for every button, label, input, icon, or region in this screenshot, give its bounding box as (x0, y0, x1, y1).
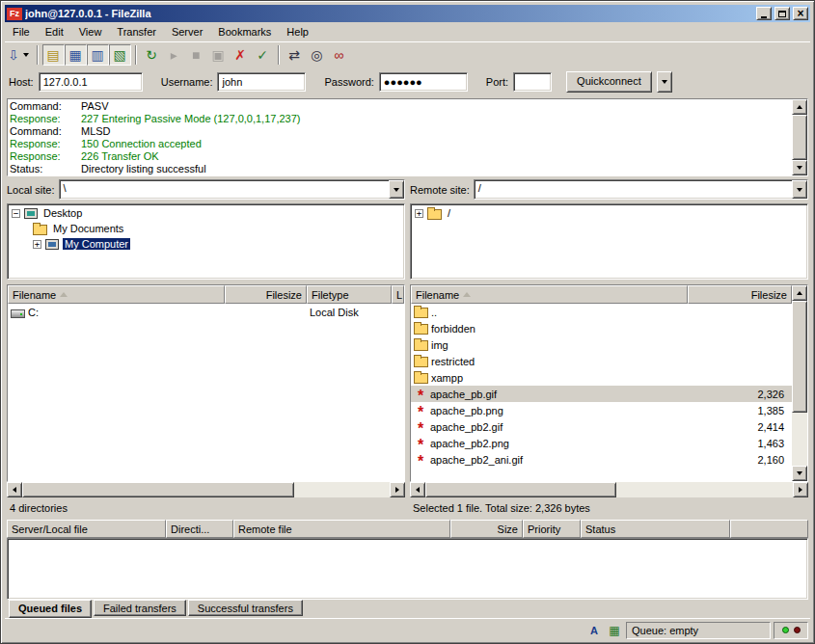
transfer-type-icon[interactable] (585, 623, 603, 638)
column-header-filetype[interactable]: Filetype (307, 285, 392, 304)
tab-failed-transfers[interactable]: Failed transfers (94, 600, 186, 616)
file-row-xampp[interactable]: xampp (411, 369, 792, 386)
titlebar[interactable]: Fz john@127.0.0.1 - FileZilla (5, 5, 810, 22)
scroll-left-button[interactable] (7, 482, 22, 497)
toggle-remote-tree-icon: ▥ (92, 48, 104, 62)
menu-transfer[interactable]: Transfer (109, 23, 164, 40)
column-header-filesize[interactable]: Filesize (688, 285, 792, 304)
local-site-dropdown-button[interactable] (389, 180, 404, 199)
expand-minus-icon[interactable]: − (12, 209, 20, 218)
toggle-local-tree-button[interactable]: ▦ (65, 44, 87, 66)
down-arrow-icon (23, 53, 29, 57)
close-button[interactable] (793, 7, 808, 20)
remote-file-list: FilenameFilesize ..forbiddenimgrestricte… (410, 284, 808, 482)
remote-site-dropdown-button[interactable] (792, 180, 807, 199)
port-input[interactable] (513, 72, 552, 92)
quickconnect-button[interactable]: Quickconnect (566, 71, 652, 93)
connect-button[interactable]: ⇩ (7, 44, 33, 66)
cancel-button[interactable]: ✗ (230, 44, 252, 66)
column-header-directi[interactable]: Directi... (166, 520, 233, 538)
local-site-row: Local site: \ (7, 179, 405, 200)
scroll-down-button[interactable] (792, 160, 807, 175)
file-row-forbidden[interactable]: forbidden (411, 320, 792, 336)
log-scrollbar[interactable] (792, 99, 807, 175)
remote-site-combo[interactable]: / (474, 179, 808, 200)
file-row-restricted[interactable]: restricted (411, 353, 792, 369)
password-input[interactable] (379, 72, 468, 92)
toggle-log-button[interactable]: ▤ (42, 44, 65, 66)
abort-button: ■ (185, 44, 207, 66)
local-site-combo[interactable]: \ (59, 179, 405, 200)
column-header-filename[interactable]: Filename (411, 285, 688, 304)
remote-status-text: Selected 1 file. Total size: 2,326 bytes (410, 497, 808, 517)
file-row-img[interactable]: img (411, 336, 792, 353)
sort-ascending-icon (463, 292, 471, 297)
tab-queued-files[interactable]: Queued files (9, 600, 92, 618)
scroll-left-button[interactable] (410, 482, 425, 497)
local-status-text: 4 directories (7, 497, 405, 517)
queue-status: Queue: empty (626, 622, 771, 639)
file-row-apache-pb2-png[interactable]: *apache_pb2.png1,463 (411, 435, 792, 451)
scroll-track[interactable] (792, 301, 807, 466)
column-header-status[interactable]: Status (581, 520, 730, 538)
tree-item-root[interactable]: +/ (411, 205, 807, 221)
menu-server[interactable]: Server (164, 23, 210, 40)
keypad-icon[interactable] (606, 623, 623, 638)
scroll-right-button[interactable] (793, 482, 808, 497)
filezilla-window: Fz john@127.0.0.1 - FileZilla FileEditVi… (0, 0, 815, 644)
file-row-apache-pb-png[interactable]: *apache_pb.png1,385 (411, 402, 792, 418)
expand-plus-icon[interactable]: + (415, 209, 423, 218)
search-button[interactable]: ∞ (328, 44, 350, 66)
scroll-up-button[interactable] (792, 99, 807, 115)
scroll-thumb[interactable] (792, 301, 807, 413)
column-header-filename[interactable]: Filename (8, 285, 225, 304)
scroll-thumb[interactable] (22, 482, 294, 497)
username-input[interactable] (217, 72, 306, 92)
scroll-track[interactable] (22, 482, 390, 497)
menu-edit[interactable]: Edit (38, 23, 71, 40)
scroll-thumb[interactable] (425, 482, 616, 497)
image-file-icon: * (414, 457, 427, 467)
file-row-apache-pb2-ani-gif[interactable]: *apache_pb2_ani.gif2,160 (411, 451, 792, 468)
remote-vscrollbar[interactable] (792, 285, 807, 481)
compare-button[interactable]: ⇄ (284, 44, 306, 66)
file-row-c[interactable]: C:Local Disk (8, 304, 404, 320)
column-header-filesize[interactable]: Filesize (225, 285, 307, 304)
column-header-server-local-file[interactable]: Server/Local file (7, 520, 166, 538)
tab-successful-transfers[interactable]: Successful transfers (188, 600, 303, 616)
column-header-l[interactable]: L (392, 285, 404, 304)
toolbar-dropdown-arrow[interactable] (21, 45, 32, 65)
column-header-size[interactable]: Size (450, 520, 523, 538)
column-header-priority[interactable]: Priority (523, 520, 581, 538)
menu-help[interactable]: Help (279, 23, 316, 40)
scroll-up-button[interactable] (792, 285, 807, 301)
log-lines: Command:PASVResponse:227 Entering Passiv… (8, 99, 792, 175)
scroll-track[interactable] (425, 482, 793, 497)
file-row-apache-pb2-gif[interactable]: *apache_pb2.gif2,414 (411, 418, 792, 435)
tree-item-my-computer[interactable]: +My Computer (8, 236, 404, 252)
menu-bookmarks[interactable]: Bookmarks (210, 23, 279, 40)
host-input[interactable] (39, 72, 143, 92)
file-row-parent-directory[interactable]: .. (411, 304, 792, 320)
scroll-thumb[interactable] (792, 115, 807, 160)
column-header-remote-file[interactable]: Remote file (233, 520, 450, 538)
tree-item-desktop[interactable]: −Desktop (8, 205, 404, 221)
menu-file[interactable]: File (5, 23, 38, 40)
tree-item-my-documents[interactable]: My Documents (8, 221, 404, 236)
verify-button[interactable]: ✓ (252, 44, 274, 66)
expand-plus-icon[interactable]: + (33, 240, 41, 249)
minimize-button[interactable] (756, 7, 772, 20)
refresh-button[interactable]: ↻ (141, 44, 163, 66)
local-hscrollbar[interactable] (7, 482, 405, 497)
maximize-button[interactable] (774, 7, 790, 20)
menu-view[interactable]: View (71, 23, 110, 40)
remote-hscrollbar[interactable] (410, 482, 808, 497)
filter-button[interactable]: ◎ (306, 44, 328, 66)
scroll-track[interactable] (792, 115, 807, 160)
quickconnect-dropdown-button[interactable] (657, 71, 672, 93)
scroll-down-button[interactable] (792, 466, 807, 481)
toggle-remote-tree-button[interactable]: ▥ (87, 44, 109, 66)
scroll-right-button[interactable] (390, 482, 405, 497)
file-row-apache-pb-gif[interactable]: *apache_pb.gif2,326 (411, 386, 792, 402)
toggle-queue-button[interactable]: ▧ (109, 44, 131, 66)
